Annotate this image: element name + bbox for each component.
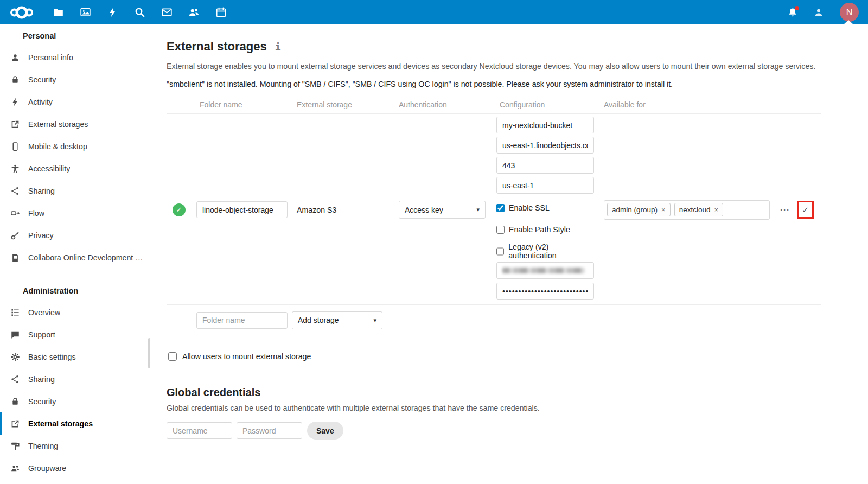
enable-path-style-checkbox[interactable]: [496, 226, 505, 234]
add-storage-select[interactable]: Add storage ▾: [292, 311, 382, 329]
global-password-input[interactable]: [237, 422, 302, 439]
sidebar-item-overview[interactable]: Overview: [0, 301, 151, 323]
sidebar-item-sharing-personal[interactable]: Sharing: [0, 180, 151, 202]
person-icon: [10, 52, 21, 63]
sidebar-item-personal-info[interactable]: Personal info: [0, 46, 151, 68]
mail-app-icon[interactable]: [153, 0, 180, 24]
sidebar-item-sharing-admin[interactable]: Sharing: [0, 368, 151, 390]
chevron-down-icon: ▾: [476, 206, 480, 213]
topbar-right: N: [787, 3, 868, 22]
allow-mount-checkbox[interactable]: [168, 352, 177, 361]
col-folder-name: Folder name: [196, 100, 297, 109]
sidebar-item-flow[interactable]: Flow: [0, 202, 151, 224]
top-navbar: N: [0, 0, 868, 24]
save-credentials-button[interactable]: Save: [307, 422, 343, 440]
gear-icon: [10, 352, 21, 362]
secret-key-input[interactable]: [496, 283, 594, 300]
new-storage-row: Add storage ▾: [196, 305, 821, 335]
sidebar-item-privacy[interactable]: Privacy: [0, 224, 151, 246]
col-configuration: Configuration: [496, 100, 604, 109]
global-credentials-description: Global credentials can be used to authen…: [167, 404, 868, 412]
sidebar-item-support[interactable]: Support: [0, 323, 151, 346]
sidebar-item-security-admin[interactable]: Security: [0, 390, 151, 412]
sidebar-item-mobile-desktop[interactable]: Mobile & desktop: [0, 135, 151, 157]
phone-icon: [10, 141, 21, 152]
files-app-icon[interactable]: [44, 0, 72, 24]
external-link-icon: [10, 418, 21, 429]
region-input[interactable]: [496, 177, 594, 194]
sidebar-item-activity[interactable]: Activity: [0, 91, 151, 113]
legacy-auth-checkbox[interactable]: [496, 247, 504, 256]
hostname-input[interactable]: [496, 137, 594, 154]
sidebar-item-collabora[interactable]: Collabora Online Development Edit...: [0, 246, 151, 269]
global-credentials-title: Global credentials: [167, 386, 868, 399]
sidebar-item-theming[interactable]: Theming: [0, 435, 151, 457]
calendar-app-icon[interactable]: [207, 0, 234, 24]
new-folder-name-input[interactable]: [196, 312, 288, 329]
external-link-icon: [10, 119, 21, 130]
flow-icon: [10, 208, 21, 219]
section-title-personal: Personal: [0, 26, 151, 46]
photos-app-icon[interactable]: [72, 0, 99, 24]
smbclient-warning-text: "smbclient" is not installed. Mounting o…: [167, 80, 868, 88]
sidebar-scrollbar[interactable]: [148, 338, 150, 368]
accessibility-icon: [10, 163, 21, 174]
page-title: External storages: [167, 40, 267, 54]
nextcloud-logo[interactable]: [8, 5, 36, 20]
authentication-select[interactable]: Access key ▾: [399, 201, 486, 219]
allow-mount-label[interactable]: Allow users to mount external storage: [182, 352, 311, 361]
contacts-app-icon[interactable]: [180, 0, 207, 24]
save-storage-button-highlighted[interactable]: ✓: [797, 201, 814, 219]
section-divider: [167, 377, 837, 377]
blurred-value: [502, 268, 585, 273]
chip-admin-group: admin (group) ×: [607, 203, 671, 216]
key-icon: [10, 230, 21, 241]
access-key-input-blurred[interactable]: [496, 262, 594, 279]
table-header-row: Folder name External storage Authenticat…: [167, 95, 821, 114]
configuration-stack: Enable SSL Enable Path Style Legacy (v2)…: [496, 117, 594, 303]
lightning-icon: [10, 97, 21, 107]
settings-menu-caret: [844, 20, 853, 24]
sidebar-item-external-storages-admin[interactable]: External storages: [0, 412, 151, 435]
folder-name-input[interactable]: [196, 201, 288, 218]
enable-ssl-checkbox[interactable]: [496, 204, 505, 212]
applicable-users-input[interactable]: admin (group) × nextcloud ×: [604, 200, 770, 220]
external-storages-table: Folder name External storage Authenticat…: [167, 95, 821, 335]
share-icon: [10, 186, 21, 196]
global-username-input[interactable]: [167, 422, 232, 439]
sidebar-item-security-personal[interactable]: Security: [0, 68, 151, 91]
search-app-icon[interactable]: [126, 0, 153, 24]
app-launcher: [0, 0, 234, 24]
sidebar-item-basic-settings[interactable]: Basic settings: [0, 346, 151, 368]
list-icon: [10, 307, 21, 318]
info-icon[interactable]: i: [275, 41, 281, 53]
lock-icon: [10, 396, 21, 407]
port-input[interactable]: [496, 157, 594, 174]
chevron-down-icon: ▾: [373, 317, 376, 324]
sidebar-item-accessibility[interactable]: Accessibility: [0, 157, 151, 180]
more-options-icon[interactable]: ···: [780, 205, 790, 214]
document-icon: [10, 252, 21, 263]
allow-mount-row: Allow users to mount external storage: [168, 352, 868, 361]
remove-chip-icon[interactable]: ×: [661, 206, 666, 214]
contacts-menu-icon[interactable]: [813, 7, 825, 18]
col-available-for: Available for: [604, 100, 821, 109]
section-title-administration: Administration: [0, 281, 151, 301]
bucket-input[interactable]: [496, 117, 594, 133]
available-for-cell: admin (group) × nextcloud × ··· ✓: [604, 200, 821, 220]
notification-dot: [795, 6, 799, 10]
share-icon: [10, 374, 21, 385]
paint-roller-icon: [10, 441, 21, 451]
storage-type-label: Amazon S3: [297, 206, 399, 214]
external-storages-settings: External storages i External storage ena…: [152, 24, 868, 484]
notifications-bell-icon[interactable]: [787, 7, 799, 18]
settings-sidebar: Personal Personal info Security Activity…: [0, 24, 151, 484]
global-credentials-form: Save: [167, 422, 868, 440]
sidebar-item-groupware[interactable]: Groupware: [0, 457, 151, 479]
lock-icon: [10, 74, 21, 85]
activity-app-icon[interactable]: [99, 0, 126, 24]
user-avatar[interactable]: N: [840, 3, 859, 22]
sidebar-item-external-storages-personal[interactable]: External storages: [0, 113, 151, 135]
remove-chip-icon[interactable]: ×: [714, 206, 718, 214]
chip-nextcloud: nextcloud ×: [674, 203, 723, 216]
